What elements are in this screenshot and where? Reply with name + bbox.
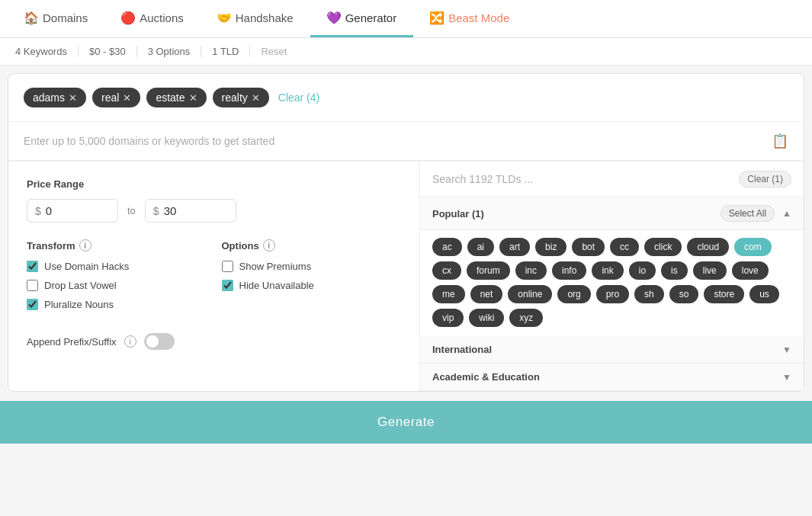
price-max-field[interactable]: [164, 204, 217, 217]
show-premiums-checkbox[interactable]: [222, 261, 233, 272]
tld-popular-section: Popular (1) Select All ▲ acaiartbizbotcc…: [420, 197, 804, 336]
tab-handshake[interactable]: 🤝 Handshake: [201, 0, 310, 37]
select-all-button[interactable]: Select All: [721, 205, 775, 222]
keyword-tag-estate[interactable]: estate ✕: [146, 88, 206, 107]
price-min-input-wrapper: $: [27, 199, 118, 223]
pluralize-nouns-checkbox-row[interactable]: Pluralize Nouns: [27, 299, 207, 310]
tld-tag-ac[interactable]: ac: [432, 238, 462, 256]
tld-search-bar: Clear (1): [420, 162, 804, 197]
append-info-icon[interactable]: i: [124, 335, 136, 348]
pluralize-nouns-checkbox[interactable]: [27, 299, 38, 310]
price-range-section: Price Range $ to $: [27, 178, 401, 223]
use-domain-hacks-checkbox-row[interactable]: Use Domain Hacks: [27, 261, 207, 272]
tld-tag-ink[interactable]: ink: [592, 261, 623, 280]
clear-all-keywords-button[interactable]: Clear (4): [278, 91, 319, 104]
tld-international-section[interactable]: International ▼: [420, 336, 804, 364]
append-prefix-suffix-row: Append Prefix/Suffix i: [27, 333, 401, 350]
tab-beast-mode[interactable]: 🔀 Beast Mode: [413, 0, 526, 37]
right-column: Clear (1) Popular (1) Select All ▲ acaia…: [420, 162, 804, 391]
tld-tag-is[interactable]: is: [661, 261, 688, 280]
show-premiums-label: Show Premiums: [239, 261, 312, 272]
tld-tag-cloud[interactable]: cloud: [687, 238, 729, 256]
hide-unavailable-checkbox-row[interactable]: Hide Unavailable: [222, 280, 402, 291]
tld-tag-sh[interactable]: sh: [634, 285, 664, 303]
hide-unavailable-checkbox[interactable]: [222, 280, 233, 291]
tld-tag-io[interactable]: io: [629, 261, 656, 280]
options-section: Options i Show Premiums Hide Unavailable: [222, 239, 402, 318]
hide-unavailable-label: Hide Unavailable: [239, 280, 314, 291]
reset-link[interactable]: Reset: [250, 46, 297, 57]
tld-tag-biz[interactable]: biz: [535, 238, 566, 256]
drop-last-vowel-checkbox-row[interactable]: Drop Last Vowel: [27, 280, 207, 291]
show-premiums-checkbox-row[interactable]: Show Premiums: [222, 261, 402, 272]
use-domain-hacks-checkbox[interactable]: [27, 261, 38, 272]
tld-tag-love[interactable]: love: [732, 261, 769, 280]
domains-icon: 🏠: [24, 11, 38, 24]
auctions-icon: 🔴: [121, 11, 135, 24]
tld-tag-us[interactable]: us: [749, 285, 779, 303]
tld-tag-net[interactable]: net: [470, 285, 503, 303]
tld-search-input[interactable]: [432, 173, 731, 185]
drop-last-vowel-checkbox[interactable]: [27, 280, 38, 291]
domain-input-placeholder: Enter up to 5,000 domains or keywords to…: [24, 135, 274, 147]
options-label: Options: [222, 240, 259, 252]
tld-clear-button[interactable]: Clear (1): [739, 171, 791, 187]
tld-tag-info[interactable]: info: [552, 261, 586, 280]
tab-beast-mode-label: Beast Mode: [448, 11, 509, 24]
tld-academic-section[interactable]: Academic & Education ▼: [420, 364, 804, 391]
keyword-tag-realty[interactable]: realty ✕: [213, 88, 269, 107]
tld-tag-click[interactable]: click: [644, 238, 682, 256]
tld-tag-forum[interactable]: forum: [467, 261, 510, 280]
tld-tag-ai[interactable]: ai: [467, 238, 494, 256]
keyword-tag-real[interactable]: real ✕: [92, 88, 140, 107]
use-domain-hacks-label: Use Domain Hacks: [44, 261, 129, 272]
tld-tag-inc[interactable]: inc: [515, 261, 547, 280]
transform-options-grid: Transform i Use Domain Hacks Drop Last V…: [27, 239, 401, 318]
tld-tag-art[interactable]: art: [499, 238, 530, 256]
tld-tags-container: acaiartbizbotccclickcloudcomcxforumincin…: [420, 230, 804, 336]
options-info-icon[interactable]: i: [263, 239, 275, 252]
generate-button[interactable]: Generate: [0, 401, 812, 444]
tld-tag-vip[interactable]: vip: [432, 309, 464, 327]
keywords-area: adams ✕ real ✕ estate ✕ realty ✕ Clear (…: [8, 74, 804, 122]
keyword-tag-realty-remove[interactable]: ✕: [252, 92, 260, 104]
summary-keywords: 4 Keywords: [15, 46, 79, 57]
append-prefix-suffix-toggle[interactable]: [144, 333, 175, 350]
tld-tag-org[interactable]: org: [557, 285, 590, 303]
keyword-tag-estate-label: estate: [156, 91, 185, 104]
price-max-input-wrapper: $: [145, 199, 236, 223]
keyword-tag-estate-remove[interactable]: ✕: [189, 92, 197, 104]
tld-tag-xyz[interactable]: xyz: [509, 309, 543, 327]
currency-min: $: [35, 205, 41, 217]
keyword-tag-adams[interactable]: adams ✕: [24, 88, 86, 107]
tld-tag-cc[interactable]: cc: [610, 238, 639, 256]
keyword-tag-adams-remove[interactable]: ✕: [69, 92, 77, 104]
keyword-tag-real-remove[interactable]: ✕: [123, 92, 131, 104]
price-min-field[interactable]: [46, 204, 99, 217]
tld-tag-cx[interactable]: cx: [432, 261, 461, 280]
tld-tag-live[interactable]: live: [693, 261, 727, 280]
nav-tabs: 🏠 Domains 🔴 Auctions 🤝 Handshake 💜 Gener…: [0, 0, 812, 38]
tld-tag-so[interactable]: so: [669, 285, 699, 303]
tld-tag-bot[interactable]: bot: [572, 238, 605, 256]
handshake-icon: 🤝: [217, 11, 231, 24]
summary-bar: 4 Keywords $0 - $30 3 Options 1 TLD Rese…: [0, 38, 812, 66]
transform-info-icon[interactable]: i: [79, 239, 91, 252]
beast-icon: 🔀: [430, 11, 444, 24]
tld-tag-wiki[interactable]: wiki: [469, 309, 504, 327]
tld-tag-me[interactable]: me: [432, 285, 465, 303]
tld-tag-pro[interactable]: pro: [596, 285, 629, 303]
tab-domains-label: Domains: [43, 11, 88, 24]
tab-domains[interactable]: 🏠 Domains: [8, 0, 104, 37]
upload-icon[interactable]: 📋: [772, 133, 788, 149]
tld-tag-com[interactable]: com: [734, 238, 772, 256]
tld-tag-online[interactable]: online: [508, 285, 552, 303]
tld-tag-store[interactable]: store: [704, 285, 744, 303]
tab-handshake-label: Handshake: [236, 11, 294, 24]
left-column: Price Range $ to $: [8, 162, 420, 391]
tab-auctions[interactable]: 🔴 Auctions: [104, 0, 201, 37]
tab-generator[interactable]: 💜 Generator: [310, 0, 414, 37]
pluralize-nouns-label: Pluralize Nouns: [44, 299, 114, 310]
tld-popular-header[interactable]: Popular (1) Select All ▲: [420, 197, 804, 230]
tld-tags-popular: acaiartbizbotccclickcloudcomcxforumincin…: [432, 238, 791, 327]
